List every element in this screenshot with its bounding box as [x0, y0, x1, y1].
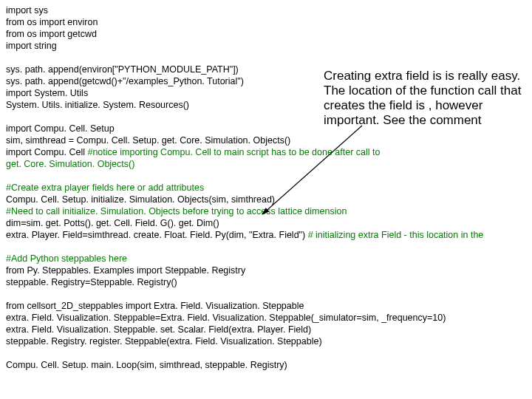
svg-line-0: [262, 126, 362, 214]
code-line: from cellsort_2D_steppables import Extra…: [6, 301, 304, 311]
code-line: sim, simthread = Compu. Cell. Setup. get…: [6, 135, 290, 146]
code-line: steppable. Registry. register. Steppable…: [6, 336, 322, 347]
code-line: import Compu. Cell. Setup: [6, 123, 115, 134]
code-comment: #Add Python steppables here: [6, 253, 127, 264]
code-line: from Py. Steppables. Examples import Ste…: [6, 265, 245, 276]
code-line: import string: [6, 41, 57, 51]
code-comment: get. Core. Simulation. Objects(): [6, 159, 134, 169]
code-line: from os import environ: [6, 17, 98, 27]
code-line: extra. Field. Visualization. Steppable. …: [6, 324, 311, 335]
code-comment: #Create extra player fields here or add …: [6, 183, 204, 193]
code-line: sys. path. append(getcwd()+"/examples_Py…: [6, 76, 244, 86]
code-comment: # initializing extra Field - this locati…: [308, 230, 486, 240]
code-line: import sys: [6, 5, 48, 16]
code-line: Compu. Cell. Setup. main. Loop(sim, simt…: [6, 360, 287, 370]
code-line: import Compu. Cell: [6, 147, 87, 157]
code-line: import System. Utils: [6, 88, 88, 98]
slide: import sys from os import environ from o…: [0, 0, 532, 399]
code-line: steppable. Registry=Steppable. Registry(…: [6, 277, 177, 287]
code-line: sys. path. append(environ["PYTHON_MODULE…: [6, 64, 239, 75]
code-line: dim=sim. get. Potts(). get. Cell. Field.…: [6, 218, 219, 228]
code-line: extra. Player. Field=simthread. create. …: [6, 230, 308, 240]
code-line: Compu. Cell. Setup. initialize. Simulati…: [6, 194, 275, 205]
code-line: from os import getcwd: [6, 29, 97, 39]
code-line: System. Utils. initialize. System. Resou…: [6, 100, 189, 110]
code-line: extra. Field. Visualization. Steppable=E…: [6, 313, 446, 323]
arrow-icon: [259, 126, 377, 229]
callout-text: Creating extra field is is really easy. …: [324, 69, 528, 128]
